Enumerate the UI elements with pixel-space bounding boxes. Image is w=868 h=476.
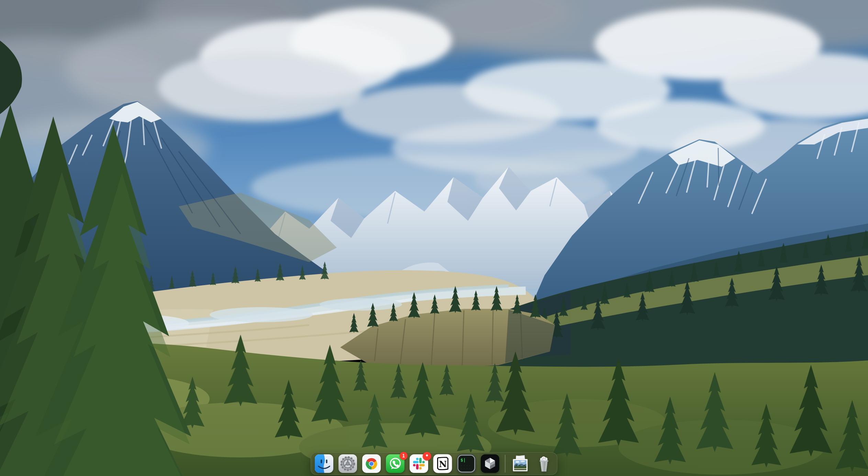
- notion-letter: N: [439, 459, 447, 469]
- system-settings-gear-icon: [338, 454, 357, 473]
- trash-full-icon: [534, 454, 554, 473]
- dock-item-screenshot-stack[interactable]: [511, 454, 530, 473]
- cursor-cube-icon: [480, 454, 500, 473]
- dock-divider: [505, 455, 505, 473]
- terminal-icon: $|: [457, 454, 476, 473]
- dock-item-terminal[interactable]: $|: [457, 454, 476, 473]
- dock-item-whatsapp[interactable]: 1: [386, 454, 405, 473]
- whatsapp-notification-badge: 1: [400, 452, 408, 460]
- dock: 1 • N: [311, 452, 557, 475]
- desktop-wallpaper: [0, 0, 868, 476]
- chrome-icon: [362, 454, 381, 473]
- terminal-prompt: $|: [460, 457, 466, 463]
- slack-notification-badge: •: [423, 452, 431, 461]
- finder-icon: [314, 454, 334, 473]
- dock-item-finder[interactable]: [314, 454, 334, 473]
- dock-item-slack[interactable]: •: [409, 454, 429, 473]
- dock-item-trash[interactable]: [534, 454, 554, 473]
- dock-item-notion[interactable]: N: [433, 454, 452, 473]
- dock-item-cursor[interactable]: [480, 454, 500, 473]
- screenshot-file-stack-icon: [511, 454, 530, 473]
- dock-item-system-settings[interactable]: [338, 454, 357, 473]
- desktop[interactable]: 1 • N: [0, 0, 868, 476]
- notion-icon: N: [433, 454, 452, 473]
- dock-item-chrome[interactable]: [362, 454, 381, 473]
